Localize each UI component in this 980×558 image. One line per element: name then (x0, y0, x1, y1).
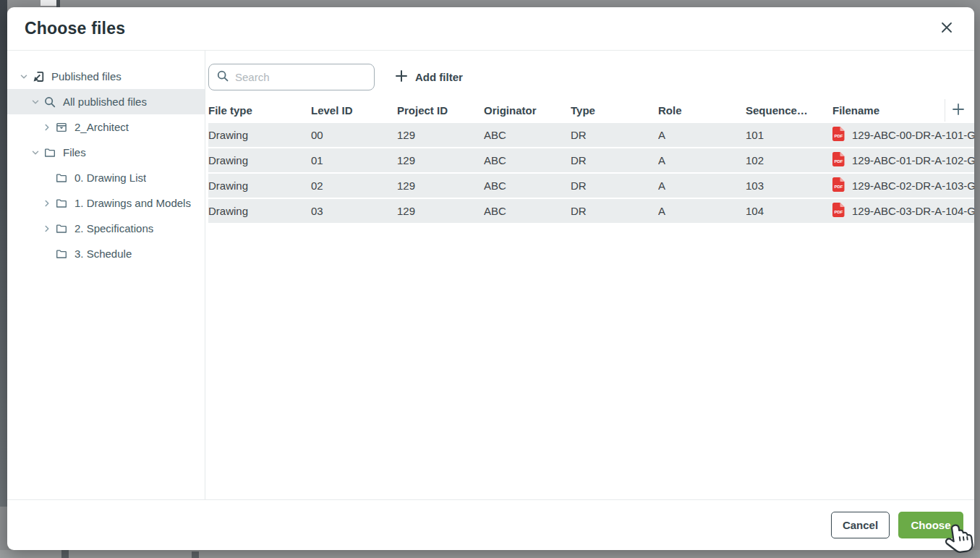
dialog-title: Choose files (25, 19, 125, 38)
cell-type: DR (571, 129, 658, 141)
svg-text:PDF: PDF (835, 185, 843, 189)
dialog-footer: Cancel Choose (7, 499, 974, 550)
publish-icon (31, 69, 46, 84)
search-input[interactable] (235, 71, 367, 83)
cell-project-id: 129 (397, 205, 484, 217)
cell-file-type: Drawing (208, 205, 311, 217)
tree-item-label: Files (63, 146, 86, 158)
folder-icon (43, 145, 57, 160)
pdf-icon: PDF (832, 127, 845, 143)
add-column-button[interactable] (951, 103, 966, 118)
tree-item-label: 0. Drawing List (74, 172, 146, 184)
add-filter-label: Add filter (415, 71, 463, 83)
tree-item-0-drawing-list[interactable]: 0. Drawing List (7, 165, 205, 190)
plus-icon (395, 69, 408, 85)
chevron-down-icon[interactable] (17, 71, 30, 83)
cell-filename: PDF129-ABC-02-DR-A-103-GA (832, 177, 974, 194)
table-row[interactable]: Drawing03129ABCDRA104PDF129-ABC-03-DR-A-… (208, 199, 974, 223)
pdf-icon: PDF (832, 152, 845, 169)
pdf-icon: PDF (832, 203, 845, 219)
cell-type: DR (571, 179, 658, 192)
cell-filename: PDF129-ABC-00-DR-A-101-GA (832, 127, 974, 143)
file-list-panel: Add filter File typeLevel IDProject IDOr… (205, 51, 974, 499)
table-body: Drawing00129ABCDRA101PDF129-ABC-00-DR-A-… (208, 123, 974, 223)
underlying-page-fragment (41, 0, 56, 6)
filename-text: 129-ABC-03-DR-A-104-GA (852, 205, 974, 217)
svg-text:PDF: PDF (835, 134, 843, 138)
cell-project-id: 129 (397, 129, 484, 141)
tree-item-2-specifications[interactable]: 2. Specifications (7, 216, 205, 241)
tree-item-1-drawings-and-models[interactable]: 1. Drawings and Models (7, 190, 205, 216)
cell-sequence: 102 (746, 154, 832, 166)
cell-role: A (658, 179, 746, 192)
search-icon (216, 69, 229, 85)
cell-originator: ABC (484, 129, 571, 141)
pdf-icon: PDF (832, 177, 845, 194)
cell-file-type: Drawing (208, 154, 311, 166)
cell-filename: PDF129-ABC-03-DR-A-104-GA (832, 203, 974, 219)
cancel-button[interactable]: Cancel (831, 512, 890, 538)
search-box[interactable] (208, 64, 375, 90)
tree-item-all-published-files[interactable]: All published files (7, 89, 205, 114)
plus-icon (952, 103, 965, 119)
chevron-right-icon[interactable] (41, 198, 53, 209)
column-header-file-type[interactable]: File type (208, 104, 311, 117)
files-table: File typeLevel IDProject IDOriginatorTyp… (208, 98, 974, 223)
column-header-role[interactable]: Role (658, 104, 746, 117)
filename-text: 129-ABC-01-DR-A-102-GA (852, 154, 974, 166)
tree-item-label: 2. Specifications (74, 222, 153, 234)
chevron-right-icon[interactable] (41, 223, 53, 234)
column-header-sequence-[interactable]: Sequence… (746, 104, 832, 117)
tree-item-3-schedule[interactable]: 3. Schedule (7, 241, 205, 266)
choose-button[interactable]: Choose (898, 512, 963, 538)
underlying-page-sidebar (0, 0, 7, 507)
expander-spacer (41, 248, 53, 260)
cell-role: A (658, 129, 746, 141)
cell-filename: PDF129-ABC-01-DR-A-102-GA (832, 152, 974, 169)
tree-item-label: 3. Schedule (74, 248, 132, 260)
cell-role: A (658, 205, 746, 217)
tree-item-2-architect[interactable]: 2_Architect (7, 114, 205, 140)
cell-type: DR (571, 205, 658, 217)
tree-item-label: 2_Architect (74, 121, 129, 133)
cell-role: A (658, 154, 746, 166)
underlying-page-scrollbar (0, 550, 980, 558)
chevron-right-icon[interactable] (41, 122, 53, 133)
column-header-type[interactable]: Type (571, 104, 658, 117)
cell-file-type: Drawing (208, 179, 311, 192)
table-row[interactable]: Drawing01129ABCDRA102PDF129-ABC-01-DR-A-… (208, 148, 974, 172)
column-header-project-id[interactable]: Project ID (397, 104, 484, 117)
tree-item-label: All published files (63, 96, 147, 108)
tree-item-published-files[interactable]: Published files (7, 64, 205, 89)
cell-project-id: 129 (397, 179, 484, 192)
tree-item-label: Published files (51, 70, 122, 83)
cell-originator: ABC (484, 205, 571, 217)
filename-text: 129-ABC-02-DR-A-103-GA (852, 179, 974, 192)
add-filter-button[interactable]: Add filter (395, 69, 463, 85)
chevron-down-icon[interactable] (29, 147, 41, 158)
project-folder-icon (54, 120, 69, 135)
toolbar: Add filter (208, 64, 974, 90)
expander-spacer (41, 172, 53, 184)
cell-file-type: Drawing (208, 129, 311, 141)
folder-icon (54, 247, 69, 261)
cell-type: DR (571, 154, 658, 166)
search-icon (43, 95, 57, 109)
chevron-down-icon[interactable] (29, 96, 41, 108)
cell-level-id: 00 (311, 129, 397, 141)
cell-project-id: 129 (397, 154, 484, 166)
tree-item-files[interactable]: Files (7, 140, 205, 165)
column-header-originator[interactable]: Originator (484, 104, 571, 117)
folder-icon (54, 171, 69, 185)
cell-sequence: 103 (746, 179, 832, 192)
table-row[interactable]: Drawing02129ABCDRA103PDF129-ABC-02-DR-A-… (208, 174, 974, 198)
close-icon (939, 20, 954, 38)
cell-originator: ABC (484, 179, 571, 192)
table-row[interactable]: Drawing00129ABCDRA101PDF129-ABC-00-DR-A-… (208, 123, 974, 147)
cell-sequence: 101 (746, 129, 832, 141)
column-header-level-id[interactable]: Level ID (311, 104, 397, 117)
close-button[interactable] (938, 20, 955, 38)
cell-sequence: 104 (746, 205, 832, 217)
dialog-header: Choose files (7, 7, 974, 51)
underlying-page-scrollbar-thumb (192, 551, 199, 558)
